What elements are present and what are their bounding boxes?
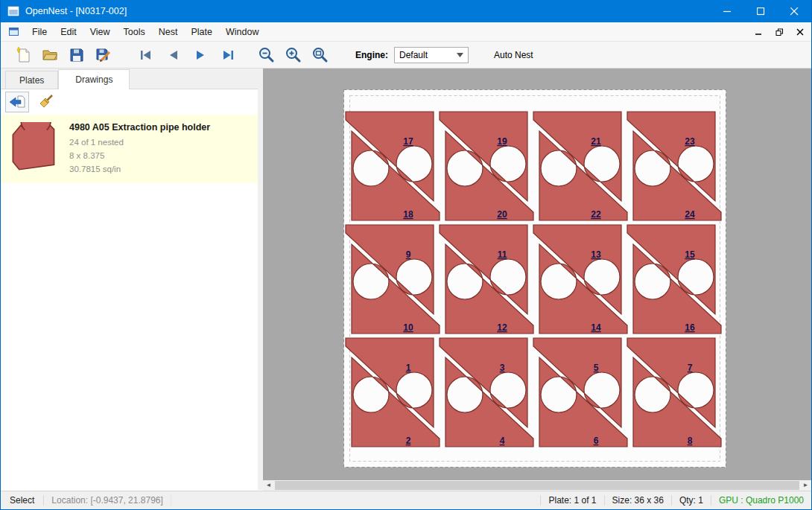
drawing-nested: 24 of 1 nested <box>69 136 210 150</box>
save-button[interactable] <box>63 44 90 66</box>
part-number-top: 23 <box>685 136 695 147</box>
tab-plates[interactable]: Plates <box>5 71 58 89</box>
save-icon <box>69 48 84 63</box>
broom-icon <box>37 94 54 110</box>
status-size: Size: 36 x 36 <box>604 495 671 506</box>
nav-next-button[interactable] <box>187 44 214 66</box>
part-number-top: 11 <box>498 249 507 260</box>
status-location: Location: [-0.9437, 21.8796] <box>44 495 171 506</box>
return-part-icon <box>8 95 26 109</box>
save-edit-icon <box>95 47 112 63</box>
status-mode: Select <box>1 495 44 506</box>
part-number-bottom: 14 <box>591 322 601 333</box>
minimize-button[interactable] <box>711 0 744 22</box>
menu-bar: File Edit View Tools Nest Plate Window <box>1 22 811 42</box>
new-file-icon <box>16 47 31 63</box>
scroll-left-button[interactable]: ◄ <box>263 480 274 491</box>
menu-item-view[interactable]: View <box>83 24 117 40</box>
save-edit-button[interactable] <box>90 44 117 66</box>
nest-canvas[interactable]: 171819202122232491011121314151612345678 <box>263 68 811 480</box>
part-number-bottom: 24 <box>685 209 695 220</box>
child-close-button[interactable] <box>793 25 807 39</box>
nav-first-icon <box>139 49 155 61</box>
part-number-top: 5 <box>594 363 599 373</box>
part-thumbnail <box>11 122 57 173</box>
nav-prev-icon <box>165 49 182 61</box>
part-number-top: 13 <box>591 249 601 260</box>
zoom-in-button[interactable] <box>279 44 306 66</box>
part-number-top: 17 <box>403 136 413 147</box>
window-title: OpenNest - [N0317-002] <box>25 6 127 16</box>
left-panel: Plates Drawings <box>1 68 258 490</box>
status-qty: Qty: 1 <box>671 495 711 506</box>
close-icon <box>790 7 799 16</box>
engine-label: Engine: <box>355 50 388 60</box>
child-minimize-button[interactable] <box>752 25 765 39</box>
menu-item-tools[interactable]: Tools <box>117 24 152 40</box>
part-number-top: 21 <box>591 136 601 147</box>
engine-value: Default <box>399 50 428 60</box>
part-number-bottom: 2 <box>406 436 411 446</box>
app-window: OpenNest - [N0317-002] File Edit View To… <box>0 0 812 510</box>
maximize-button[interactable] <box>744 0 778 22</box>
zoom-out-button[interactable] <box>253 44 279 66</box>
nav-first-button[interactable] <box>133 44 160 66</box>
drawing-list-item[interactable]: 4980 A05 Extraction pipe holder 24 of 1 … <box>1 115 258 183</box>
chevron-down-icon <box>457 53 463 57</box>
part-number-bottom: 10 <box>403 322 413 333</box>
drawing-area: 30.7815 sq/in <box>69 163 210 176</box>
child-close-icon <box>796 28 804 36</box>
status-gpu: GPU : Quadro P1000 <box>711 495 811 506</box>
part-number-top: 19 <box>497 136 507 147</box>
scrollbar-thumb[interactable] <box>275 481 799 490</box>
child-minimize-icon <box>755 28 762 36</box>
part-number-bottom: 22 <box>591 209 601 220</box>
open-folder-icon <box>42 48 58 62</box>
part-number-bottom: 18 <box>403 209 413 220</box>
part-number-bottom: 8 <box>688 436 693 446</box>
tab-drawings[interactable]: Drawings <box>58 69 130 89</box>
menu-item-nest[interactable]: Nest <box>152 24 185 40</box>
zoom-in-icon <box>285 46 302 63</box>
menu-item-file[interactable]: File <box>25 24 54 40</box>
nav-last-button[interactable] <box>214 44 241 66</box>
minimize-icon <box>723 7 732 16</box>
panel-splitter[interactable] <box>258 68 263 490</box>
child-restore-button[interactable] <box>773 25 786 39</box>
menu-item-edit[interactable]: Edit <box>54 24 83 40</box>
part-number-bottom: 4 <box>500 436 505 446</box>
part-number-bottom: 6 <box>594 436 599 446</box>
part-number-top: 1 <box>406 363 411 373</box>
clear-button[interactable] <box>34 92 57 112</box>
part-number-bottom: 20 <box>497 209 507 220</box>
menu-item-window[interactable]: Window <box>219 24 265 40</box>
part-number-bottom: 16 <box>685 322 695 333</box>
part-number-bottom: 12 <box>497 322 507 333</box>
new-file-button[interactable] <box>10 44 37 66</box>
child-window-icon[interactable] <box>8 27 19 37</box>
zoom-fit-button[interactable] <box>306 44 333 66</box>
app-icon <box>7 5 19 17</box>
title-bar[interactable]: OpenNest - [N0317-002] <box>1 0 811 22</box>
part-number-top: 3 <box>500 363 505 373</box>
drawing-size: 8 x 8.375 <box>69 150 210 163</box>
scroll-right-button[interactable]: ► <box>800 480 811 491</box>
nav-next-icon <box>192 49 209 61</box>
main-toolbar: Engine: Default Auto Nest <box>1 42 811 68</box>
nav-prev-button[interactable] <box>160 44 187 66</box>
status-plate: Plate: 1 of 1 <box>540 495 603 506</box>
open-file-button[interactable] <box>37 44 63 66</box>
close-button[interactable] <box>778 0 811 22</box>
horizontal-scrollbar[interactable]: ◄ ► <box>263 480 811 491</box>
plate[interactable]: 171819202122232491011121314151612345678 <box>343 89 726 468</box>
part-number-top: 7 <box>688 363 693 373</box>
auto-nest-button[interactable]: Auto Nest <box>488 46 539 64</box>
zoom-out-icon <box>258 46 275 63</box>
engine-select[interactable]: Default <box>394 47 469 63</box>
return-part-button[interactable] <box>5 92 29 112</box>
part-number-top: 9 <box>406 249 411 260</box>
nav-last-icon <box>219 49 235 61</box>
menu-item-plate[interactable]: Plate <box>184 24 219 40</box>
status-bar: Select Location: [-0.9437, 21.8796] Plat… <box>1 491 811 509</box>
maximize-icon <box>757 7 765 16</box>
